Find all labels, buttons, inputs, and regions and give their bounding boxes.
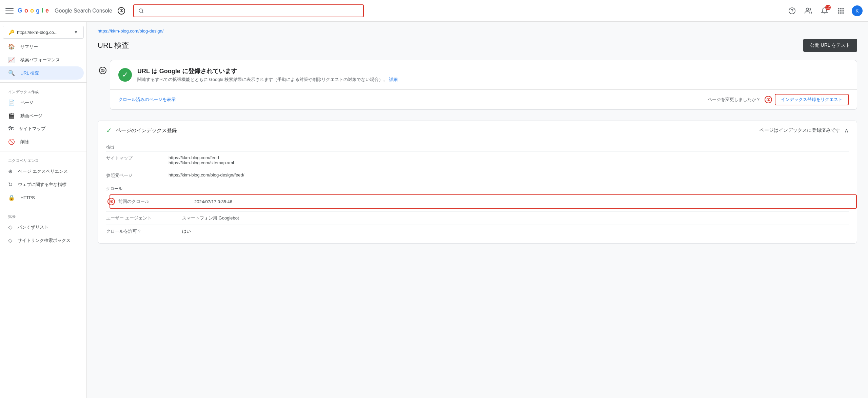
sidebar-item-https[interactable]: 🔒 HTTPS — [0, 191, 84, 204]
sidebar-item-summary[interactable]: 🏠 サマリー — [0, 40, 84, 53]
sidebar-item-removal[interactable]: 🚫 削除 — [0, 135, 84, 148]
sidebar-item-performance[interactable]: 📈 検索パフォーマンス — [0, 53, 84, 66]
performance-icon: 📈 — [8, 57, 15, 63]
header-right: 12 K — [787, 5, 863, 16]
svg-rect-8 — [838, 10, 840, 12]
user-avatar[interactable]: K — [852, 5, 863, 16]
sidebar-label-removal: 削除 — [20, 139, 29, 145]
sidebar-item-url-inspection[interactable]: 🔍 URL 検査 — [0, 66, 84, 80]
sidebar-item-web-vitals[interactable]: ↻ ウェブに関する主な指標 — [0, 178, 84, 191]
page-exp-icon: ⊕ — [8, 168, 13, 174]
svg-rect-12 — [840, 12, 842, 14]
sidebar-label-sitemap: サイトマップ — [19, 126, 45, 132]
sidebar-label-performance: 検索パフォーマンス — [20, 57, 60, 63]
sidebar-item-pages[interactable]: 📄 ページ — [0, 96, 84, 109]
svg-rect-13 — [843, 12, 844, 14]
search-bar[interactable] — [133, 4, 364, 17]
page-title: URL 検査 — [98, 40, 129, 50]
sidebar-item-page-experience[interactable]: ⊕ ページ エクスペリエンス — [0, 165, 84, 178]
removal-icon: 🚫 — [8, 139, 15, 145]
changed-question: ページを変更しましたか？ — [708, 97, 761, 103]
last-crawl-row: 前回のクロール 2024/07/17 0:35:46 — [110, 194, 857, 209]
index-info-card: ✓ ページのインデックス登録 ページはインデックスに登録済みです ∧ 検出 サイ… — [98, 121, 857, 244]
sitemap-label: サイトマップ — [106, 155, 160, 161]
status-title: URL は Google に登録されています — [137, 67, 398, 75]
status-text-block: URL は Google に登録されています 関連するすべての拡張機能とともに … — [137, 67, 398, 83]
layout: 🔑 https://kkm-blog.co... ▼ 🏠 サマリー 📈 検索パフ… — [0, 22, 868, 250]
sidebar-item-video[interactable]: 🎬 動画ページ — [0, 109, 84, 122]
sidebar-label-video: 動画ページ — [20, 113, 42, 119]
status-actions: クロール済みのページを表示 ページを変更しましたか？ ③ インデックス登録をリク… — [110, 90, 857, 109]
search-input[interactable] — [147, 8, 359, 14]
nav-divider-1 — [0, 82, 86, 83]
status-icon: ✓ — [118, 68, 132, 82]
index-request-button[interactable]: インデックス登録をリクエスト — [775, 94, 849, 105]
sitemap-value: https://kkm-blog.com/feed https://kkm-bl… — [169, 155, 849, 165]
step-badge-2: ② — [99, 67, 106, 74]
svg-point-4 — [806, 8, 809, 10]
referral-row: 参照元ページ https://kkm-blog.com/blog-design/… — [106, 169, 849, 182]
search-container — [133, 4, 364, 17]
last-crawl-value: 2024/07/17 0:35:46 — [194, 199, 232, 204]
notification-count: 12 — [825, 5, 831, 10]
sitemap-icon: 🗺 — [8, 126, 14, 132]
breadcrumb-nav-icon: ◇ — [8, 224, 12, 230]
enhancements-section-title: 拡張 — [0, 210, 86, 221]
test-url-button[interactable]: 公開 URL をテスト — [803, 39, 857, 52]
pages-icon: 📄 — [8, 99, 15, 106]
home-icon: 🏠 — [8, 43, 15, 50]
notifications-button[interactable]: 12 — [819, 5, 830, 16]
sidebar-label-breadcrumb: パンくずリスト — [18, 224, 48, 230]
hamburger-menu[interactable] — [5, 7, 14, 15]
sidebar-item-sitemap[interactable]: 🗺 サイトマップ — [0, 122, 84, 135]
referral-label: 参照元ページ — [106, 172, 160, 179]
sidebar-label-page-experience: ページ エクスペリエンス — [18, 168, 68, 174]
sidebar-label-summary: サマリー — [20, 44, 38, 50]
header: Google Google Search Console ① — [0, 0, 868, 22]
collapse-button[interactable]: ∧ — [844, 127, 849, 134]
account-button[interactable] — [803, 5, 814, 16]
sidebar-label-web-vitals: ウェブに関する主な指標 — [18, 182, 66, 188]
sidebar-item-breadcrumb[interactable]: ◇ パンくずリスト — [0, 221, 84, 234]
crawl-section-title: クロール — [106, 182, 849, 193]
sidebar-item-sitelinks[interactable]: ◇ サイトリンク検索ボックス — [0, 234, 84, 247]
search-nav-icon: 🔍 — [8, 70, 15, 76]
logo: Google Google Search Console — [18, 7, 112, 14]
main-content: https://kkm-blog.com/blog-design/ URL 検査… — [87, 22, 868, 250]
header-left: Google Google Search Console ① — [5, 7, 125, 15]
status-description: 関連するすべての拡張機能とともに Google 検索結果に表示されます（手動によ… — [137, 77, 398, 83]
video-icon: 🎬 — [8, 112, 15, 119]
step-badge-3: ③ — [765, 96, 772, 103]
info-card-title-wrap: ✓ ページのインデックス登録 — [106, 126, 177, 134]
search-icon — [138, 8, 144, 14]
svg-line-1 — [142, 12, 143, 13]
lock-icon: 🔒 — [8, 194, 15, 201]
crawl-allowed-row: クロールを許可？ はい — [106, 225, 849, 238]
property-dropdown-icon: ▼ — [74, 30, 78, 35]
sidebar: 🔑 https://kkm-blog.co... ▼ 🏠 サマリー 📈 検索パフ… — [0, 22, 87, 250]
property-selector[interactable]: 🔑 https://kkm-blog.co... ▼ — [3, 26, 84, 39]
sitemap-value-1: https://kkm-blog.com/feed — [169, 155, 849, 160]
svg-rect-9 — [840, 10, 842, 12]
index-check-icon: ✓ — [106, 126, 112, 134]
breadcrumb: https://kkm-blog.com/blog-design/ — [98, 28, 857, 34]
sidebar-label-sitelinks: サイトリンク検索ボックス — [18, 237, 71, 244]
index-card-status: ページはインデックスに登録済みです — [760, 127, 840, 133]
svg-rect-10 — [843, 10, 844, 12]
user-agent-label: ユーザー エージェント — [106, 215, 174, 221]
info-card-header: ✓ ページのインデックス登録 ページはインデックスに登録済みです ∧ — [98, 121, 857, 140]
last-crawl-label: 前回のクロール — [118, 198, 186, 205]
status-card-header: ✓ URL は Google に登録されています 関連するすべての拡張機能ととも… — [110, 60, 857, 90]
apps-button[interactable] — [835, 5, 846, 16]
property-icon: 🔑 — [8, 29, 14, 35]
help-button[interactable] — [787, 5, 797, 16]
crawl-page-link[interactable]: クロール済みのページを表示 — [118, 97, 176, 103]
sitemap-row: サイトマップ https://kkm-blog.com/feed https:/… — [106, 151, 849, 169]
detail-link[interactable]: 詳細 — [389, 77, 398, 82]
sitemap-value-2: https://kkm-blog.com/sitemap.xml — [169, 160, 849, 165]
experience-section-title: エクスペリエンス — [0, 154, 86, 165]
nav-divider-3 — [0, 207, 86, 207]
crawl-section: クロール ④ 前回のクロール 2024/07/17 0:35:46 ユーザー エ… — [98, 182, 857, 243]
info-section-detection: 検出 サイトマップ https://kkm-blog.com/feed http… — [98, 140, 857, 182]
vitals-icon: ↻ — [8, 181, 13, 188]
